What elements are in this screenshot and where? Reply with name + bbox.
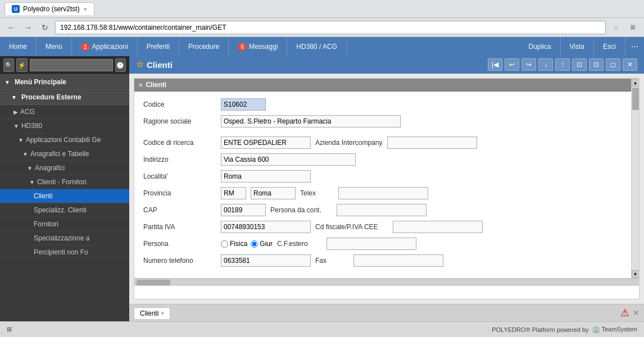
sidebar-item-fornitori[interactable]: Fornitori (0, 217, 129, 231)
toolbar-down-btn[interactable]: ↓ (538, 58, 553, 71)
toolbar-box-btn[interactable]: ◻ (606, 58, 620, 71)
content-toolbar: |◀ ↩ ↪ ↓ ↑ ⊡ ⊡ ◻ ✕ (488, 58, 637, 71)
browser-tab[interactable]: U Polyedro (serv2tst) × (4, 2, 94, 15)
triangle-hd380: ▼ (13, 123, 19, 129)
sidebar-clock-btn[interactable]: 🕐 (115, 58, 126, 72)
sidebar-item-clienti[interactable]: Clienti (0, 189, 129, 203)
persona-giur-option[interactable]: Giur (251, 240, 273, 248)
address-bar[interactable] (55, 21, 606, 34)
persona-giur-radio[interactable] (251, 240, 258, 248)
forward-button[interactable]: → (21, 21, 35, 34)
numero-telefono-label: Numero telefono (143, 257, 216, 265)
toolbar-first-btn[interactable]: |◀ (488, 58, 502, 71)
sidebar-section-menu-principale[interactable]: ▼ Menù Principale (0, 75, 129, 90)
browser-tab-close[interactable]: × (84, 6, 87, 12)
provincia-name-input[interactable] (251, 187, 296, 199)
triangle-anagrafici: ▼ (27, 165, 33, 171)
nav-applications-label: Applicazioni (92, 43, 128, 51)
close-bottom-icon[interactable]: ✕ (633, 308, 640, 317)
form-row-codice: Codice (143, 98, 622, 111)
fax-input[interactable] (353, 254, 443, 267)
toolbar-up-btn[interactable]: ↑ (555, 58, 570, 71)
sidebar-item-percipienti[interactable]: Percipienti non Fo (0, 245, 129, 259)
tab-clienti-close[interactable]: × (161, 310, 164, 316)
status-bar: ⊞ POLYEDRO® Platform powered by 🏢 TeamSy… (0, 321, 644, 337)
star-button[interactable]: ★ (609, 21, 623, 34)
toolbar-expand2-btn[interactable]: ⊡ (589, 58, 604, 71)
sidebar-procedure-esterne-label: Procedure Esterne (21, 93, 81, 101)
sidebar-item-applicazioni-contabili[interactable]: ▼ Applicazioni Contabili Ge (0, 133, 129, 147)
toolbar-redo-btn[interactable]: ↪ (521, 58, 536, 71)
sidebar-item-hd380[interactable]: ▼ HD380 (0, 119, 129, 133)
partita-iva-input[interactable] (221, 221, 311, 233)
back-button[interactable]: ← (4, 21, 18, 34)
telex-input[interactable] (338, 187, 428, 199)
indirizzo-input[interactable] (221, 153, 356, 166)
partita-iva-label: Partita IVA (143, 223, 216, 231)
sidebar-item-specializz-a[interactable]: Specializzazione a (0, 231, 129, 245)
persona-label: Persona (143, 240, 216, 248)
numero-telefono-input[interactable] (221, 254, 311, 267)
vertical-scrollbar[interactable]: ▲ ▼ (631, 79, 639, 278)
content-header: ☆ Clienti |◀ ↩ ↪ ↓ ↑ ⊡ ⊡ ◻ ✕ (129, 56, 644, 74)
toolbar-expand1-btn[interactable]: ⊡ (572, 58, 587, 71)
nav-applications[interactable]: 1 Applicazioni (72, 37, 138, 56)
persona-fisica-option[interactable]: Fisica (221, 240, 247, 248)
localita-input[interactable] (221, 170, 311, 183)
sidebar-item-specializz-clienti[interactable]: Specializz. Clienti (0, 203, 129, 217)
nav-esci[interactable]: Esci (594, 37, 625, 56)
sidebar-section-procedure-esterne[interactable]: ▼ Procedure Esterne (0, 90, 129, 105)
browser-nav-bar: ← → ↻ ★ ≡ (0, 18, 644, 37)
sidebar-clienti-fornitori-label: Clienti - Fornitori (37, 178, 87, 186)
ragione-sociale-input[interactable] (221, 115, 401, 127)
scroll-thumb[interactable] (632, 88, 639, 110)
sidebar-item-acg[interactable]: ▶ ACG (0, 105, 129, 119)
ragione-sociale-label: Ragione sociale (143, 117, 216, 125)
form-row-persona: Persona Fisica Giur (143, 238, 622, 250)
nav-favorites[interactable]: Preferiti (138, 37, 179, 56)
tab-clienti[interactable]: Clienti × (134, 307, 170, 319)
codice-label: Codice (143, 101, 216, 108)
nav-menu[interactable]: Menù (37, 37, 72, 56)
codice-input[interactable] (221, 98, 266, 111)
nav-messages-label: Messaggi (249, 43, 278, 51)
nav-procedures[interactable]: Procedure (179, 37, 229, 56)
sidebar-search-input[interactable] (30, 59, 113, 71)
nav-messages[interactable]: 6 Messaggi (229, 37, 287, 56)
localita-label: Localita' (143, 172, 216, 180)
cf-estero-input[interactable] (326, 238, 416, 250)
sidebar-item-clienti-fornitori[interactable]: ▼ Clienti - Fornitori (0, 175, 129, 189)
sidebar-search-btn[interactable]: 🔍 (3, 58, 14, 72)
azienda-intercompany-label: Azienda Intercompany (315, 139, 383, 147)
nav-vista[interactable]: Vista (561, 37, 594, 56)
provincia-code-input[interactable] (221, 187, 246, 199)
browser-tab-icon: U (12, 5, 20, 13)
nav-duplica[interactable]: Duplica (519, 37, 560, 56)
nav-more[interactable]: ··· (625, 37, 644, 56)
scroll-x-thumb[interactable] (137, 280, 170, 285)
horizontal-scrollbar[interactable] (134, 278, 639, 286)
scroll-up-btn[interactable]: ▲ (632, 79, 640, 86)
persona-fisica-radio[interactable] (221, 240, 228, 248)
browser-menu-button[interactable]: ≡ (626, 21, 640, 34)
panel-header-icon: ≡ (139, 81, 142, 88)
cap-input[interactable] (221, 204, 266, 216)
azienda-intercompany-input[interactable] (387, 136, 477, 149)
persona-giur-label: Giur (260, 240, 273, 248)
toolbar-close-btn[interactable]: ✕ (623, 58, 637, 71)
reload-button[interactable]: ↻ (38, 21, 52, 34)
sidebar-item-anagrafici-tabelle[interactable]: ▼ Anagrafici e Tabelle (0, 147, 129, 161)
persona-da-cont-label: Persona da cont. (270, 206, 332, 214)
codice-ricerca-input[interactable] (221, 136, 311, 149)
content-area: ☆ Clienti |◀ ↩ ↪ ↓ ↑ ⊡ ⊡ ◻ ✕ ≡ C (129, 56, 644, 321)
toolbar-undo-btn[interactable]: ↩ (505, 58, 519, 71)
sidebar-refresh-btn[interactable]: ⚡ (16, 58, 27, 72)
nav-hd380acg[interactable]: HD380 / ACG (287, 37, 347, 56)
nav-home[interactable]: Home (0, 37, 37, 56)
form-row-cap: CAP Persona da cont. (143, 204, 622, 216)
favorite-icon[interactable]: ☆ (136, 60, 143, 70)
cd-fiscale-input[interactable] (393, 221, 483, 233)
persona-da-cont-input[interactable] (337, 204, 427, 216)
sidebar-item-anagrafici[interactable]: ▼ Anagrafici (0, 161, 129, 175)
scroll-down-btn[interactable]: ▼ (632, 270, 640, 278)
